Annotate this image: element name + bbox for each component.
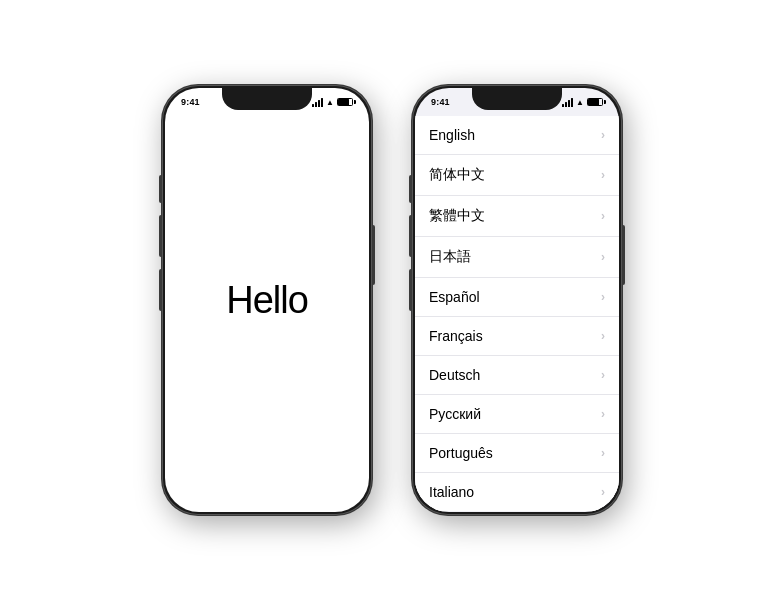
signal-bar2-3 — [568, 100, 570, 107]
battery-icon-2 — [587, 98, 603, 106]
phone-side-button-power — [372, 225, 375, 285]
language-item-german[interactable]: Deutsch› — [415, 356, 619, 395]
battery-icon — [337, 98, 353, 106]
hello-text: Hello — [226, 279, 308, 322]
signal-bar2-2 — [565, 102, 567, 107]
language-item-russian[interactable]: Русский› — [415, 395, 619, 434]
phone2-side-button-mute — [409, 175, 412, 203]
signal-bar-4 — [321, 98, 323, 107]
chevron-right-icon: › — [601, 209, 605, 223]
battery-fill-2 — [588, 99, 599, 105]
wifi-icon: ▲ — [326, 98, 334, 107]
phone-pair: 9:41 ▲ Hello — [162, 85, 622, 515]
status-right-icons: ▲ — [312, 98, 353, 107]
language-name-italian: Italiano — [429, 484, 474, 500]
battery-fill — [338, 99, 349, 105]
language-item-french[interactable]: Français› — [415, 317, 619, 356]
language-name-traditional-chinese: 繁體中文 — [429, 207, 485, 225]
phone-notch — [222, 88, 312, 110]
chevron-right-icon: › — [601, 128, 605, 142]
language-name-russian: Русский — [429, 406, 481, 422]
language-name-english: English — [429, 127, 475, 143]
phone2-side-button-power — [622, 225, 625, 285]
hello-screen: Hello — [165, 88, 369, 512]
language-name-spanish: Español — [429, 289, 480, 305]
signal-bar2-4 — [571, 98, 573, 107]
phone2-side-button-volume-down — [409, 269, 412, 311]
language-list: English›简体中文›繁體中文›日本語›Español›Français›D… — [415, 116, 619, 511]
language-item-traditional-chinese[interactable]: 繁體中文› — [415, 196, 619, 237]
phone-side-button-mute — [159, 175, 162, 203]
signal-icon-2 — [562, 98, 573, 107]
chevron-right-icon: › — [601, 168, 605, 182]
chevron-right-icon: › — [601, 250, 605, 264]
signal-bar-2 — [315, 102, 317, 107]
language-name-german: Deutsch — [429, 367, 480, 383]
chevron-right-icon: › — [601, 485, 605, 499]
status-time-2: 9:41 — [431, 97, 450, 107]
phone2-side-button-volume-up — [409, 215, 412, 257]
phone2-notch — [472, 88, 562, 110]
language-name-portuguese: Português — [429, 445, 493, 461]
chevron-right-icon: › — [601, 368, 605, 382]
signal-icon — [312, 98, 323, 107]
chevron-right-icon: › — [601, 290, 605, 304]
signal-bar2-1 — [562, 104, 564, 107]
language-list-wrapper: English›简体中文›繁體中文›日本語›Español›Français›D… — [415, 116, 619, 511]
phone-side-button-volume-up — [159, 215, 162, 257]
phone-hello-screen: 9:41 ▲ Hello — [165, 88, 369, 512]
phone-hello: 9:41 ▲ Hello — [162, 85, 372, 515]
wifi-icon-2: ▲ — [576, 98, 584, 107]
signal-bar-1 — [312, 104, 314, 107]
language-name-french: Français — [429, 328, 483, 344]
chevron-right-icon: › — [601, 329, 605, 343]
language-item-spanish[interactable]: Español› — [415, 278, 619, 317]
language-name-simplified-chinese: 简体中文 — [429, 166, 485, 184]
chevron-right-icon: › — [601, 446, 605, 460]
status-time: 9:41 — [181, 97, 200, 107]
language-item-japanese[interactable]: 日本語› — [415, 237, 619, 278]
phone-side-button-volume-down — [159, 269, 162, 311]
status-right-icons-2: ▲ — [562, 98, 603, 107]
phone-language: 9:41 ▲ — [412, 85, 622, 515]
language-name-japanese: 日本語 — [429, 248, 471, 266]
chevron-right-icon: › — [601, 407, 605, 421]
language-screen: English›简体中文›繁體中文›日本語›Español›Français›D… — [415, 88, 619, 512]
signal-bar-3 — [318, 100, 320, 107]
language-item-english[interactable]: English› — [415, 116, 619, 155]
language-item-portuguese[interactable]: Português› — [415, 434, 619, 473]
language-item-simplified-chinese[interactable]: 简体中文› — [415, 155, 619, 196]
phone-language-screen: 9:41 ▲ — [415, 88, 619, 512]
language-item-italian[interactable]: Italiano› — [415, 473, 619, 511]
